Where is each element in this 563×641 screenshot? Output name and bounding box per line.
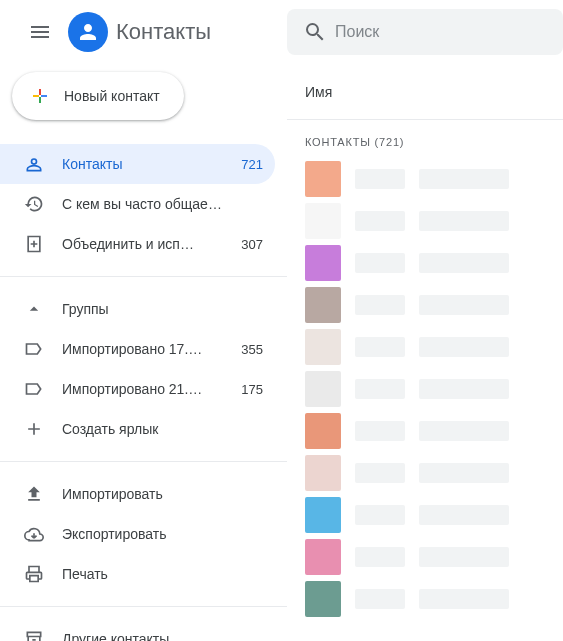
- contact-row[interactable]: [287, 284, 563, 326]
- redacted-text: [419, 589, 509, 609]
- label-icon: [24, 339, 44, 359]
- avatar: [305, 245, 341, 281]
- divider: [0, 461, 287, 462]
- contact-row[interactable]: [287, 158, 563, 200]
- avatar: [305, 161, 341, 197]
- redacted-text: [419, 463, 509, 483]
- contact-row[interactable]: [287, 368, 563, 410]
- chevron-up-icon: [24, 299, 44, 319]
- divider: [0, 276, 287, 277]
- history-icon: [24, 194, 44, 214]
- contact-row[interactable]: [287, 242, 563, 284]
- redacted-text: [355, 295, 405, 315]
- redacted-text: [419, 295, 509, 315]
- main-menu-button[interactable]: [16, 8, 64, 56]
- contact-row[interactable]: [287, 536, 563, 578]
- sidebar-item-contacts[interactable]: Контакты 721: [0, 144, 275, 184]
- contacts-section-label: КОНТАКТЫ (721): [287, 120, 563, 158]
- cloud-download-icon: [24, 524, 44, 544]
- sidebar-item-label: Контакты: [62, 156, 233, 172]
- avatar: [305, 539, 341, 575]
- person-icon: [76, 20, 100, 44]
- sidebar-create-label[interactable]: Создать ярлык: [0, 409, 275, 449]
- avatar: [305, 371, 341, 407]
- sidebar-item-label: Импортировано 21.…: [62, 381, 233, 397]
- contact-row[interactable]: [287, 578, 563, 620]
- contact-row[interactable]: [287, 494, 563, 536]
- sidebar-label-item[interactable]: Импортировано 21.… 175: [0, 369, 275, 409]
- sidebar-item-label: С кем вы часто общае…: [62, 196, 263, 212]
- sidebar-other-contacts[interactable]: Другие контакты: [0, 619, 275, 641]
- contact-row[interactable]: [287, 200, 563, 242]
- person-outline-icon: [24, 154, 44, 174]
- upload-icon: [24, 484, 44, 504]
- sidebar-item-label: Импортировано 17.…: [62, 341, 233, 357]
- redacted-text: [355, 211, 405, 231]
- sidebar-item-label: Экспортировать: [62, 526, 263, 542]
- sidebar-label-item[interactable]: Импортировано 17.… 355: [0, 329, 275, 369]
- sidebar-item-label: Печать: [62, 566, 263, 582]
- divider: [0, 606, 287, 607]
- new-contact-label: Новый контакт: [64, 88, 160, 104]
- archive-icon: [24, 629, 44, 641]
- avatar: [305, 497, 341, 533]
- redacted-text: [355, 547, 405, 567]
- app-title: Контакты: [116, 19, 211, 45]
- sidebar-export[interactable]: Экспортировать: [0, 514, 275, 554]
- avatar: [305, 287, 341, 323]
- sidebar-item-count: 721: [241, 157, 263, 172]
- avatar: [305, 413, 341, 449]
- merge-icon: [24, 234, 44, 254]
- plus-small-icon: [24, 419, 44, 439]
- search-field[interactable]: [287, 9, 563, 55]
- search-input[interactable]: [335, 23, 555, 41]
- sidebar-item-merge[interactable]: Объединить и исп… 307: [0, 224, 275, 264]
- redacted-text: [355, 253, 405, 273]
- sidebar-labels-header[interactable]: Группы: [0, 289, 275, 329]
- redacted-text: [355, 337, 405, 357]
- sidebar-import[interactable]: Импортировать: [0, 474, 275, 514]
- redacted-text: [355, 463, 405, 483]
- contact-row[interactable]: [287, 326, 563, 368]
- redacted-text: [419, 253, 509, 273]
- sidebar-item-count: 175: [241, 382, 263, 397]
- sidebar-item-label: Объединить и исп…: [62, 236, 233, 252]
- contact-row[interactable]: [287, 410, 563, 452]
- sidebar-print[interactable]: Печать: [0, 554, 275, 594]
- sidebar-item-count: 307: [241, 237, 263, 252]
- redacted-text: [419, 421, 509, 441]
- redacted-text: [355, 421, 405, 441]
- avatar: [305, 581, 341, 617]
- avatar: [305, 329, 341, 365]
- sidebar-item-label: Группы: [62, 301, 263, 317]
- redacted-text: [355, 589, 405, 609]
- sidebar-item-label: Создать ярлык: [62, 421, 263, 437]
- redacted-text: [419, 505, 509, 525]
- redacted-text: [419, 337, 509, 357]
- hamburger-icon: [28, 20, 52, 44]
- redacted-text: [419, 211, 509, 231]
- sidebar-item-label: Импортировать: [62, 486, 263, 502]
- sidebar-item-label: Другие контакты: [62, 631, 263, 641]
- app-header: Контакты: [0, 0, 287, 64]
- redacted-text: [355, 505, 405, 525]
- new-contact-button[interactable]: Новый контакт: [12, 72, 184, 120]
- redacted-text: [355, 169, 405, 189]
- column-header-name: Имя: [287, 64, 563, 120]
- print-icon: [24, 564, 44, 584]
- sidebar-item-frequent[interactable]: С кем вы часто общае…: [0, 184, 275, 224]
- avatar: [305, 455, 341, 491]
- contact-list: [287, 158, 563, 620]
- search-icon: [295, 12, 335, 52]
- sidebar-item-count: 355: [241, 342, 263, 357]
- redacted-text: [355, 379, 405, 399]
- redacted-text: [419, 169, 509, 189]
- avatar: [305, 203, 341, 239]
- app-logo: [68, 12, 108, 52]
- plus-icon: [28, 84, 52, 108]
- redacted-text: [419, 547, 509, 567]
- contact-row[interactable]: [287, 452, 563, 494]
- redacted-text: [419, 379, 509, 399]
- label-icon: [24, 379, 44, 399]
